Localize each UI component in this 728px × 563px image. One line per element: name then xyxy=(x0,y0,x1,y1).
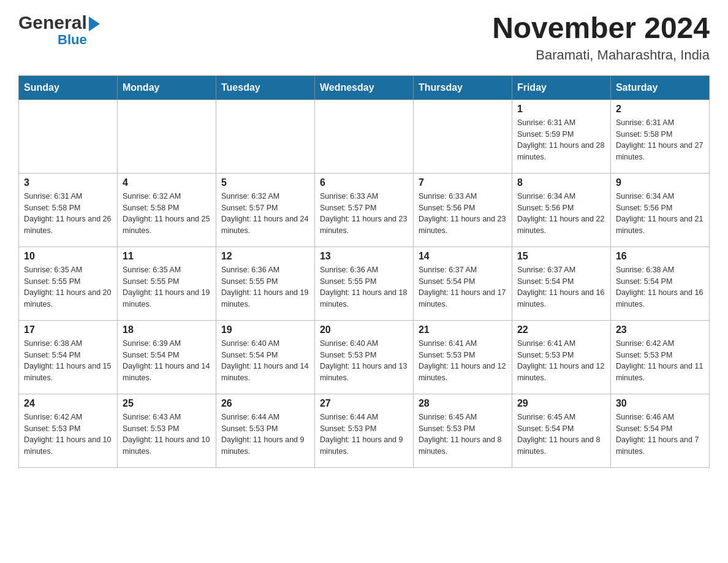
day-info: Sunrise: 6:32 AMSunset: 5:58 PMDaylight:… xyxy=(123,191,211,237)
logo-arrow-icon xyxy=(89,17,100,31)
day-info: Sunrise: 6:45 AMSunset: 5:54 PMDaylight:… xyxy=(517,412,605,458)
table-row: 22Sunrise: 6:41 AMSunset: 5:53 PMDayligh… xyxy=(512,320,610,394)
table-row: 25Sunrise: 6:43 AMSunset: 5:53 PMDayligh… xyxy=(117,394,216,467)
day-info: Sunrise: 6:41 AMSunset: 5:53 PMDaylight:… xyxy=(517,338,605,384)
table-row: 19Sunrise: 6:40 AMSunset: 5:54 PMDayligh… xyxy=(216,320,314,394)
day-info: Sunrise: 6:39 AMSunset: 5:54 PMDaylight:… xyxy=(123,338,211,384)
table-row: 28Sunrise: 6:45 AMSunset: 5:53 PMDayligh… xyxy=(413,394,512,467)
day-number: 10 xyxy=(24,251,112,262)
table-row: 12Sunrise: 6:36 AMSunset: 5:55 PMDayligh… xyxy=(216,247,314,320)
day-info: Sunrise: 6:37 AMSunset: 5:54 PMDaylight:… xyxy=(517,264,605,310)
table-row: 8Sunrise: 6:34 AMSunset: 5:56 PMDaylight… xyxy=(512,173,610,247)
calendar-table: Sunday Monday Tuesday Wednesday Thursday… xyxy=(18,75,710,468)
day-info: Sunrise: 6:34 AMSunset: 5:56 PMDaylight:… xyxy=(616,191,704,237)
day-number: 30 xyxy=(616,398,704,409)
day-info: Sunrise: 6:41 AMSunset: 5:53 PMDaylight:… xyxy=(419,338,507,384)
table-row: 23Sunrise: 6:42 AMSunset: 5:53 PMDayligh… xyxy=(610,320,709,394)
calendar-header-row: Sunday Monday Tuesday Wednesday Thursday… xyxy=(19,75,710,99)
col-wednesday: Wednesday xyxy=(314,75,413,99)
table-row: 2Sunrise: 6:31 AMSunset: 5:58 PMDaylight… xyxy=(610,99,709,173)
day-info: Sunrise: 6:31 AMSunset: 5:58 PMDaylight:… xyxy=(616,117,704,163)
day-number: 28 xyxy=(419,398,507,409)
table-row: 27Sunrise: 6:44 AMSunset: 5:53 PMDayligh… xyxy=(314,394,413,467)
day-number: 5 xyxy=(221,177,309,188)
day-number: 1 xyxy=(517,104,605,115)
table-row: 3Sunrise: 6:31 AMSunset: 5:58 PMDaylight… xyxy=(19,173,118,247)
day-number: 14 xyxy=(419,251,507,262)
table-row: 30Sunrise: 6:46 AMSunset: 5:54 PMDayligh… xyxy=(610,394,709,467)
day-number: 2 xyxy=(616,104,704,115)
day-info: Sunrise: 6:37 AMSunset: 5:54 PMDaylight:… xyxy=(419,264,507,310)
col-saturday: Saturday xyxy=(610,75,709,99)
table-row: 7Sunrise: 6:33 AMSunset: 5:56 PMDaylight… xyxy=(413,173,512,247)
table-row: 17Sunrise: 6:38 AMSunset: 5:54 PMDayligh… xyxy=(19,320,118,394)
day-info: Sunrise: 6:40 AMSunset: 5:54 PMDaylight:… xyxy=(221,338,309,384)
day-number: 20 xyxy=(320,324,408,335)
day-info: Sunrise: 6:31 AMSunset: 5:59 PMDaylight:… xyxy=(517,117,605,163)
day-info: Sunrise: 6:38 AMSunset: 5:54 PMDaylight:… xyxy=(24,338,112,384)
day-info: Sunrise: 6:46 AMSunset: 5:54 PMDaylight:… xyxy=(616,412,704,458)
day-info: Sunrise: 6:34 AMSunset: 5:56 PMDaylight:… xyxy=(517,191,605,237)
day-info: Sunrise: 6:43 AMSunset: 5:53 PMDaylight:… xyxy=(123,412,211,458)
day-number: 26 xyxy=(221,398,309,409)
table-row: 6Sunrise: 6:33 AMSunset: 5:57 PMDaylight… xyxy=(314,173,413,247)
calendar-week-row: 10Sunrise: 6:35 AMSunset: 5:55 PMDayligh… xyxy=(19,247,710,320)
day-info: Sunrise: 6:45 AMSunset: 5:53 PMDaylight:… xyxy=(419,412,507,458)
table-row: 5Sunrise: 6:32 AMSunset: 5:57 PMDaylight… xyxy=(216,173,314,247)
table-row: 21Sunrise: 6:41 AMSunset: 5:53 PMDayligh… xyxy=(413,320,512,394)
table-row: 10Sunrise: 6:35 AMSunset: 5:55 PMDayligh… xyxy=(19,247,118,320)
table-row: 4Sunrise: 6:32 AMSunset: 5:58 PMDaylight… xyxy=(117,173,216,247)
day-number: 25 xyxy=(123,398,211,409)
day-info: Sunrise: 6:40 AMSunset: 5:53 PMDaylight:… xyxy=(320,338,408,384)
col-tuesday: Tuesday xyxy=(216,75,314,99)
title-block: November 2024 Baramati, Maharashtra, Ind… xyxy=(492,12,710,63)
day-info: Sunrise: 6:44 AMSunset: 5:53 PMDaylight:… xyxy=(320,412,408,458)
day-number: 4 xyxy=(123,177,211,188)
day-info: Sunrise: 6:42 AMSunset: 5:53 PMDaylight:… xyxy=(24,412,112,458)
calendar-week-row: 17Sunrise: 6:38 AMSunset: 5:54 PMDayligh… xyxy=(19,320,710,394)
day-info: Sunrise: 6:36 AMSunset: 5:55 PMDaylight:… xyxy=(221,264,309,310)
day-number: 22 xyxy=(517,324,605,335)
day-number: 19 xyxy=(221,324,309,335)
table-row xyxy=(314,99,413,173)
day-number: 29 xyxy=(517,398,605,409)
col-sunday: Sunday xyxy=(19,75,118,99)
table-row: 20Sunrise: 6:40 AMSunset: 5:53 PMDayligh… xyxy=(314,320,413,394)
table-row xyxy=(413,99,512,173)
table-row: 16Sunrise: 6:38 AMSunset: 5:54 PMDayligh… xyxy=(610,247,709,320)
table-row: 29Sunrise: 6:45 AMSunset: 5:54 PMDayligh… xyxy=(512,394,610,467)
logo-blue-text: Blue xyxy=(58,32,87,47)
table-row: 9Sunrise: 6:34 AMSunset: 5:56 PMDaylight… xyxy=(610,173,709,247)
day-info: Sunrise: 6:35 AMSunset: 5:55 PMDaylight:… xyxy=(123,264,211,310)
page-title: November 2024 xyxy=(492,12,710,45)
day-info: Sunrise: 6:32 AMSunset: 5:57 PMDaylight:… xyxy=(221,191,309,237)
day-number: 17 xyxy=(24,324,112,335)
day-number: 27 xyxy=(320,398,408,409)
day-info: Sunrise: 6:35 AMSunset: 5:55 PMDaylight:… xyxy=(24,264,112,310)
day-number: 21 xyxy=(419,324,507,335)
day-number: 16 xyxy=(616,251,704,262)
col-monday: Monday xyxy=(117,75,216,99)
day-info: Sunrise: 6:38 AMSunset: 5:54 PMDaylight:… xyxy=(616,264,704,310)
table-row xyxy=(19,99,118,173)
day-number: 13 xyxy=(320,251,408,262)
day-info: Sunrise: 6:44 AMSunset: 5:53 PMDaylight:… xyxy=(221,412,309,458)
day-number: 7 xyxy=(419,177,507,188)
day-number: 3 xyxy=(24,177,112,188)
table-row: 1Sunrise: 6:31 AMSunset: 5:59 PMDaylight… xyxy=(512,99,610,173)
logo: General Blue xyxy=(18,12,100,47)
day-info: Sunrise: 6:31 AMSunset: 5:58 PMDaylight:… xyxy=(24,191,112,237)
day-number: 11 xyxy=(123,251,211,262)
table-row xyxy=(117,99,216,173)
calendar-week-row: 3Sunrise: 6:31 AMSunset: 5:58 PMDaylight… xyxy=(19,173,710,247)
day-info: Sunrise: 6:33 AMSunset: 5:56 PMDaylight:… xyxy=(419,191,507,237)
logo-general-text: General xyxy=(18,12,87,33)
day-info: Sunrise: 6:33 AMSunset: 5:57 PMDaylight:… xyxy=(320,191,408,237)
day-number: 24 xyxy=(24,398,112,409)
table-row: 14Sunrise: 6:37 AMSunset: 5:54 PMDayligh… xyxy=(413,247,512,320)
page-subtitle: Baramati, Maharashtra, India xyxy=(492,47,710,63)
calendar-week-row: 24Sunrise: 6:42 AMSunset: 5:53 PMDayligh… xyxy=(19,394,710,467)
day-number: 12 xyxy=(221,251,309,262)
day-number: 23 xyxy=(616,324,704,335)
day-info: Sunrise: 6:42 AMSunset: 5:53 PMDaylight:… xyxy=(616,338,704,384)
